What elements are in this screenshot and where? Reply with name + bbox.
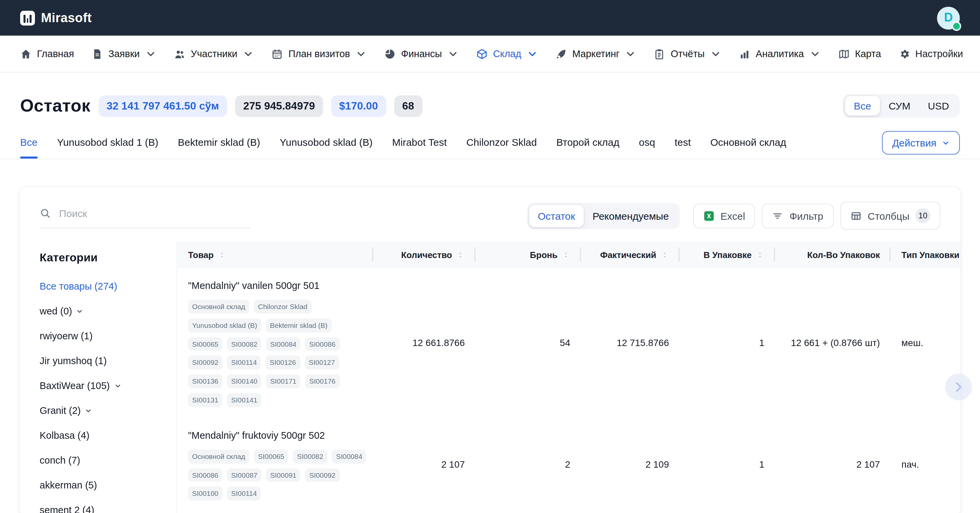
tag: SI00092 [188, 356, 222, 370]
warehouse-tab[interactable]: test [675, 136, 691, 148]
home-icon [20, 48, 32, 59]
columns-button[interactable]: Столбцы 10 [840, 202, 940, 230]
filter-button[interactable]: Фильтр [762, 203, 834, 228]
summary-badge: 68 [394, 95, 422, 116]
category-item[interactable]: Все товары (274) [40, 281, 166, 292]
table-cell: 54 [476, 268, 581, 418]
view-option[interactable]: Рекомендуемые [584, 205, 678, 227]
nav-item[interactable]: Участники [174, 48, 254, 59]
warehouse-tab[interactable]: Все [20, 136, 38, 148]
column-label: В Упаковке [703, 250, 752, 260]
brand-logo[interactable]: Mirasoft [20, 10, 92, 25]
actions-button[interactable]: Действия [882, 131, 960, 155]
category-label: akkerman (5) [40, 480, 97, 491]
warehouse-tab[interactable]: Bektemir sklad (B) [178, 136, 260, 148]
column-header[interactable]: Количество [374, 242, 476, 268]
category-item[interactable]: BaxtiWear (105) [40, 380, 166, 391]
tag: Chilonzor Sklad [254, 300, 311, 314]
category-item[interactable]: conch (7) [40, 455, 166, 466]
column-label: Количество [401, 250, 452, 260]
category-item[interactable]: wed (0) [40, 306, 166, 317]
column-label: Товар [188, 250, 213, 260]
nav-item[interactable]: Главная [20, 48, 74, 59]
column-label: Кол-Во Упаковок [807, 250, 880, 260]
excel-button[interactable]: Excel [693, 203, 755, 228]
chevron-down-icon [710, 48, 721, 59]
nav-item[interactable]: Аналитика [739, 48, 821, 59]
search-input[interactable] [58, 207, 251, 220]
nav-item[interactable]: Заявки [91, 48, 156, 59]
warehouse-tab[interactable]: Yunusobod sklad 1 (B) [57, 136, 159, 148]
tag: SI00065 [188, 337, 222, 351]
column-header[interactable]: В Упаковке [680, 242, 775, 268]
warehouse-tab[interactable]: Mirabot Test [392, 136, 447, 148]
view-option[interactable]: Остаток [529, 205, 584, 227]
sort-icon [562, 251, 570, 260]
tag: Bektemir sklad (B) [266, 319, 332, 333]
table-row[interactable]: "Mendalniy" fruktoviy 500gr 502 Основной… [177, 418, 961, 511]
warehouse-tab[interactable]: Chilonzor Sklad [466, 136, 537, 148]
currency-option[interactable]: СУМ [880, 96, 919, 116]
summary-badge: 275 945.84979 [235, 95, 323, 116]
category-item[interactable]: rwiyoerw (1) [40, 331, 166, 341]
warehouse-tab[interactable]: osq [639, 136, 655, 148]
category-item[interactable]: akkerman (5) [40, 480, 166, 491]
nav-item-label: Отчёты [671, 48, 705, 59]
calendar-icon [272, 48, 283, 59]
nav-item[interactable]: План визитов [272, 48, 367, 59]
sort-icon [756, 251, 764, 260]
nav-item[interactable]: Отчёты [654, 48, 721, 59]
user-avatar[interactable]: D [937, 6, 960, 29]
tag: SI00091 [266, 468, 301, 482]
scroll-right-button[interactable] [945, 374, 972, 400]
table-cell: пач. [891, 418, 961, 511]
nav-item[interactable]: Маркетинг [555, 48, 636, 59]
table-cell: 1 [680, 268, 775, 418]
category-item[interactable]: sement 2 (4) [40, 505, 166, 513]
product-cell: "Mendalniy" vanilen 500gr 501 Основной с… [177, 268, 374, 418]
nav-item[interactable]: Склад [476, 48, 538, 59]
table-cell: 1 603.16279 [581, 511, 680, 513]
categories-sidebar: Категории Все товары (274) wed (0) rwiyo… [19, 242, 177, 513]
currency-option[interactable]: USD [919, 96, 958, 116]
category-label: Granit (2) [40, 405, 81, 416]
tag: SI00084 [266, 337, 301, 351]
brand-bar-chart-icon [20, 10, 35, 25]
category-label: Все товары (274) [40, 281, 117, 292]
warehouse-tab[interactable]: Основной склад [710, 136, 786, 148]
nav-item[interactable]: Финансы [384, 48, 459, 59]
table-row[interactable]: Avsanoy Uzum 800gr 5033 Основной склад S… [177, 511, 961, 513]
search-box [40, 207, 251, 228]
category-item[interactable]: Granit (2) [40, 405, 166, 416]
column-header[interactable]: Тип Упаковки [891, 242, 961, 268]
product-cell: "Mendalniy" fruktoviy 500gr 502 Основной… [177, 418, 374, 511]
warehouse-tab[interactable]: Второй склад [557, 136, 620, 148]
column-header[interactable]: Фактический [581, 242, 680, 268]
nav-item[interactable]: Настройки [898, 48, 963, 59]
warehouse-tab[interactable]: Yunusobod sklad (B) [280, 136, 373, 148]
nav-item-label: План визитов [288, 48, 350, 59]
column-header[interactable]: Кол-Во Упаковок [775, 242, 891, 268]
category-item[interactable]: Kolbasa (4) [40, 430, 166, 441]
brand-name: Mirasoft [41, 10, 92, 25]
map-icon [838, 48, 850, 59]
tag: SI00127 [305, 356, 339, 370]
nav-item-label: Настройки [915, 48, 963, 59]
filter-button-label: Фильтр [789, 210, 824, 221]
nav-item[interactable]: Карта [838, 48, 881, 59]
table-header-row: Товар Количество [177, 242, 961, 268]
page-title: Остаток [20, 96, 90, 116]
column-header[interactable]: Бронь [476, 242, 581, 268]
table-cell: 5 [476, 511, 581, 513]
sort-icon [660, 251, 669, 260]
table-cell: 2 [476, 418, 581, 511]
tag: SI00082 [227, 337, 261, 351]
warehouse-tabs: Все Yunusobod sklad 1 (B) Bektemir sklad… [0, 136, 980, 159]
currency-option[interactable]: Все [845, 96, 880, 116]
tag: SI00086 [305, 337, 340, 351]
chevron-right-icon [952, 380, 965, 394]
category-item[interactable]: Jir yumshoq (1) [40, 355, 166, 366]
app-viewport: Mirasoft D Главная Заявки Участники [0, 0, 980, 513]
table-row[interactable]: "Mendalniy" vanilen 500gr 501 Основной с… [177, 268, 961, 418]
column-header[interactable]: Товар [177, 242, 374, 268]
